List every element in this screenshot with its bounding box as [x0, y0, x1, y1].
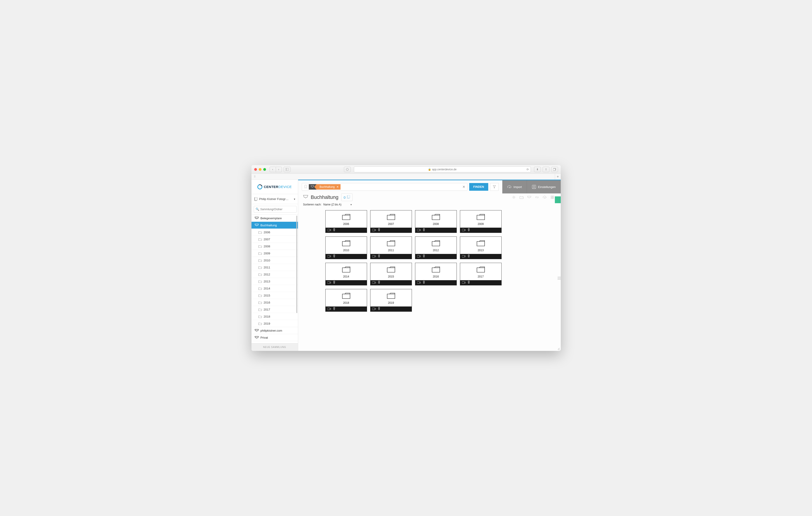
sidebar-folder[interactable]: 2019	[252, 320, 298, 327]
record-icon[interactable]	[372, 307, 376, 311]
sidebar-collection[interactable]: Privat	[252, 334, 298, 341]
record-icon[interactable]	[327, 228, 331, 232]
sidebar-folder[interactable]: 2012	[252, 271, 298, 278]
record-icon[interactable]	[372, 228, 376, 232]
new-tab-button[interactable]: +	[555, 174, 561, 180]
shield-icon	[346, 168, 349, 171]
gear-icon[interactable]	[511, 194, 517, 201]
trash-icon[interactable]	[378, 307, 380, 311]
trash-icon[interactable]	[423, 281, 425, 285]
sidebar-folder[interactable]: 2008	[252, 243, 298, 250]
trash-icon[interactable]	[467, 254, 470, 259]
sidebar-folder[interactable]: 2018	[252, 313, 298, 320]
trash-icon[interactable]	[467, 228, 470, 232]
zoom-window-button[interactable]	[263, 168, 266, 171]
folder-card[interactable]: 2012	[415, 237, 457, 259]
find-button[interactable]: FINDEN	[469, 183, 488, 191]
sidebar-folder[interactable]: 2007	[252, 236, 298, 243]
back-button[interactable]: ‹	[270, 167, 276, 172]
minimize-window-button[interactable]	[259, 168, 261, 171]
folder-card[interactable]: 2013	[460, 237, 502, 259]
trash-icon[interactable]	[333, 228, 336, 232]
clear-search-icon[interactable]: ✕	[462, 185, 465, 189]
record-icon[interactable]	[462, 228, 466, 232]
filter-button[interactable]	[490, 183, 499, 191]
sidebar-folder[interactable]: 2011	[252, 264, 298, 271]
inbox-icon[interactable]	[526, 194, 533, 201]
tray-icon	[311, 185, 314, 189]
forward-button[interactable]: ›	[276, 167, 282, 172]
url-bar[interactable]: 🔒 app.centerdevice.de ⟳	[354, 166, 531, 172]
folder-card[interactable]: 2007	[370, 210, 412, 233]
sidebar-collection[interactable]: Buchhaltung	[252, 222, 298, 229]
close-window-button[interactable]	[254, 168, 257, 171]
folder-card[interactable]: 2016	[415, 263, 457, 285]
reload-icon[interactable]: ⟳	[526, 168, 529, 171]
sidebar-collection[interactable]: Belegexemplare	[252, 215, 298, 222]
window-resize-corner[interactable]	[557, 347, 560, 350]
folder-card[interactable]: 2009	[460, 210, 502, 233]
record-icon[interactable]	[372, 254, 376, 259]
document-count-box[interactable]: 0	[341, 193, 352, 201]
global-search-box[interactable]: Buchhaltung ✕ ✕	[302, 183, 467, 191]
trash-icon[interactable]	[467, 281, 470, 285]
sidebar-collection[interactable]: philipkistner.com	[252, 327, 298, 334]
sort-dropdown[interactable]: Name (Z bis A)	[323, 203, 352, 206]
scrollbar[interactable]	[296, 216, 297, 313]
sidebar-search-input[interactable]	[254, 206, 296, 213]
downloads-button[interactable]: ⬇	[534, 167, 541, 172]
sidebar-folder[interactable]: 2016	[252, 299, 298, 306]
record-icon[interactable]	[417, 254, 421, 259]
resize-handle[interactable]	[558, 266, 561, 291]
folder-card[interactable]: 2011	[370, 237, 412, 259]
reader-button[interactable]	[344, 167, 351, 172]
add-folder-icon[interactable]: +	[518, 194, 525, 201]
folder-card[interactable]: 2008	[415, 210, 457, 233]
workspace-selector[interactable]: Philip Kistner Fotogr… ▾	[252, 194, 298, 204]
tabs-button[interactable]	[551, 167, 558, 172]
trash-icon[interactable]	[378, 254, 380, 259]
record-icon[interactable]	[462, 254, 466, 259]
record-icon[interactable]	[372, 281, 376, 285]
record-icon[interactable]	[327, 307, 331, 311]
record-icon[interactable]	[327, 254, 331, 259]
sidebar-folder[interactable]: 2006	[252, 229, 298, 236]
right-panel-tab[interactable]	[555, 196, 561, 203]
record-icon[interactable]	[462, 281, 466, 285]
settings-button[interactable]: Einstellungen	[527, 180, 560, 193]
sidebar-toggle-button[interactable]	[284, 167, 290, 172]
record-icon[interactable]	[417, 281, 421, 285]
sidebar-folder[interactable]: 2015	[252, 292, 298, 299]
remove-tag-icon[interactable]: ✕	[337, 185, 339, 188]
trash-icon[interactable]	[378, 281, 380, 285]
bookmark-icon[interactable]	[303, 185, 308, 189]
sidebar-folder[interactable]: 2014	[252, 285, 298, 292]
folder-card[interactable]: 2010	[325, 237, 367, 259]
folder-card[interactable]: 2015	[370, 263, 412, 285]
sidebar-folder[interactable]: 2017	[252, 306, 298, 313]
folder-icon	[386, 292, 396, 300]
sidebar-folder[interactable]: 2013	[252, 278, 298, 285]
trash-icon[interactable]	[378, 228, 380, 232]
search-tag[interactable]: Buchhaltung ✕	[317, 184, 341, 190]
trash-icon[interactable]	[333, 254, 336, 259]
new-collection-button[interactable]: NEUE SAMMLUNG	[252, 343, 298, 351]
import-button[interactable]: Import	[502, 180, 527, 193]
sidebar-folder[interactable]: 2009	[252, 250, 298, 257]
sidebar-folder[interactable]: 2010	[252, 257, 298, 264]
folder-card[interactable]: 2006	[325, 210, 367, 233]
folder-card[interactable]: 2014	[325, 263, 367, 285]
record-icon[interactable]	[417, 228, 421, 232]
trash-icon[interactable]	[423, 254, 425, 259]
trash-icon[interactable]	[333, 281, 336, 285]
link-icon[interactable]	[533, 194, 540, 201]
folder-name: 2019	[388, 301, 394, 304]
share-button[interactable]: ⇪	[543, 167, 549, 172]
trash-icon[interactable]	[333, 307, 336, 311]
folder-card[interactable]: 2019	[370, 289, 412, 312]
record-icon[interactable]	[327, 281, 331, 285]
trash-icon[interactable]	[423, 228, 425, 232]
folder-card[interactable]: 2018	[325, 289, 367, 312]
folder-card[interactable]: 2017	[460, 263, 502, 285]
cloud-download-icon[interactable]	[541, 194, 548, 201]
